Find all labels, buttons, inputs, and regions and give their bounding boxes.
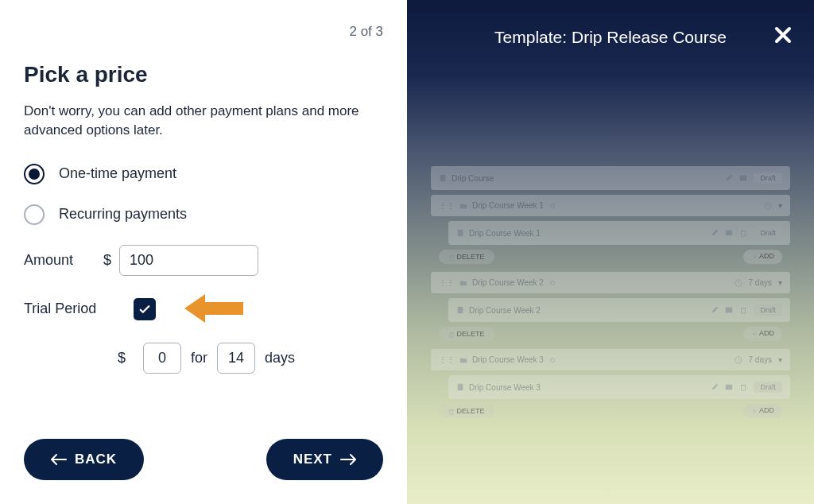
delete-button-mini[interactable]: DELETE — [439, 327, 494, 341]
item-label: Drip Course Week 2 — [469, 306, 541, 315]
clock-icon — [735, 279, 742, 287]
item-label: Drip Course — [452, 174, 494, 183]
page-subtitle: Don't worry, you can add other payment p… — [24, 102, 383, 140]
next-button[interactable]: NEXT — [266, 439, 383, 480]
step-indicator: 2 of 3 — [24, 24, 383, 40]
trial-days-label: days — [265, 350, 295, 366]
amount-label: Amount — [24, 252, 103, 269]
trial-label: Trial Period — [24, 300, 103, 317]
clock-icon — [764, 202, 772, 210]
drag-icon: ⋮⋮ — [439, 201, 455, 210]
template-title: Template: Drip Release Course — [431, 28, 790, 47]
list-item: Drip Course Draft — [431, 166, 790, 190]
page-title: Pick a price — [24, 62, 383, 87]
link-icon — [548, 356, 556, 364]
trial-currency: $ — [118, 350, 126, 366]
svg-rect-7 — [726, 308, 732, 313]
status-badge: Draft — [754, 173, 782, 184]
radio-unselected-icon — [24, 204, 45, 225]
chevron-down-icon: ▾ — [778, 201, 782, 210]
document-icon — [456, 306, 464, 314]
chevron-down-icon: ▾ — [778, 355, 782, 364]
delete-button-mini[interactable]: DELETE — [439, 250, 494, 264]
svg-rect-9 — [458, 384, 463, 390]
drag-icon: ⋮⋮ — [439, 355, 455, 364]
payment-option-onetime[interactable]: One-time payment — [24, 164, 383, 184]
timer-text: 7 days — [749, 278, 772, 287]
item-label: Drip Course Week 1 — [472, 201, 544, 210]
radio-selected-icon — [24, 164, 45, 184]
delete-button-mini[interactable]: DELETE — [439, 404, 494, 418]
preview-icon — [739, 174, 747, 182]
list-item: ⋮⋮ Drip Course Week 3 7 days ▾ — [431, 349, 790, 370]
add-button-mini[interactable]: ADD — [743, 250, 782, 264]
svg-rect-0 — [440, 175, 446, 181]
back-button[interactable]: BACK — [24, 439, 144, 480]
trial-checkbox[interactable] — [134, 298, 156, 320]
trash-icon — [448, 254, 455, 261]
list-item: Drip Course Week 1 Draft — [448, 221, 790, 245]
add-button-mini[interactable]: ADD — [743, 327, 782, 341]
document-icon — [456, 383, 464, 391]
close-button[interactable] — [774, 22, 792, 49]
svg-rect-6 — [458, 307, 463, 313]
item-label: Drip Course Week 3 — [469, 383, 541, 392]
payment-option-recurring[interactable]: Recurring payments — [24, 204, 383, 225]
item-label: Drip Course Week 1 — [469, 229, 541, 238]
back-label: BACK — [75, 452, 117, 467]
plus-icon — [751, 408, 758, 414]
drag-icon: ⋮⋮ — [439, 278, 455, 287]
link-icon — [548, 279, 556, 287]
next-label: NEXT — [293, 452, 332, 467]
pencil-icon — [711, 383, 719, 391]
clock-icon — [735, 356, 742, 364]
folder-icon — [459, 279, 467, 287]
check-icon — [138, 302, 152, 316]
arrow-right-icon — [340, 454, 356, 465]
trash-icon — [448, 409, 455, 415]
list-item: Drip Course Week 3 Draft — [448, 375, 790, 399]
arrow-annotation-icon — [183, 286, 246, 334]
svg-rect-10 — [726, 385, 732, 390]
status-badge: Draft — [754, 304, 782, 316]
currency-symbol: $ — [103, 252, 111, 269]
chevron-down-icon: ▾ — [778, 278, 782, 287]
recurring-label: Recurring payments — [59, 206, 187, 223]
pencil-icon — [711, 306, 719, 314]
item-label: Drip Course Week 2 — [472, 278, 544, 287]
trial-row: Trial Period — [24, 298, 383, 320]
course-preview-list: Drip Course Draft ⋮⋮ Drip Course Week 1 … — [431, 166, 790, 418]
plus-icon — [751, 254, 758, 260]
pencil-icon — [725, 174, 733, 182]
pencil-icon — [711, 229, 719, 237]
preview-icon — [725, 229, 733, 237]
status-badge: Draft — [754, 382, 782, 393]
list-item: Drip Course Week 2 Draft — [448, 298, 790, 322]
trash-icon — [739, 383, 747, 391]
trial-days-input[interactable] — [217, 343, 255, 374]
trash-icon — [739, 229, 747, 237]
status-badge: Draft — [754, 227, 782, 238]
folder-icon — [459, 202, 467, 210]
list-item: ⋮⋮ Drip Course Week 1 ▾ — [431, 195, 790, 216]
close-icon — [774, 26, 792, 44]
amount-input[interactable] — [119, 245, 258, 276]
svg-rect-3 — [458, 230, 463, 236]
preview-icon — [725, 383, 733, 391]
svg-rect-4 — [726, 231, 732, 236]
onetime-label: One-time payment — [59, 165, 176, 182]
link-icon — [548, 202, 556, 210]
document-icon — [439, 174, 447, 182]
item-label: Drip Course Week 3 — [472, 355, 544, 364]
trash-icon — [739, 306, 747, 314]
document-icon — [456, 229, 464, 237]
amount-row: Amount $ — [24, 245, 383, 276]
trial-inputs-row: $ for days — [118, 343, 383, 374]
folder-icon — [459, 356, 467, 364]
svg-rect-1 — [740, 176, 746, 181]
trial-price-input[interactable] — [143, 343, 181, 374]
add-button-mini[interactable]: ADD — [743, 404, 782, 418]
trial-for-text: for — [191, 350, 207, 366]
trash-icon — [448, 331, 455, 338]
list-item: ⋮⋮ Drip Course Week 2 7 days ▾ — [431, 272, 790, 293]
